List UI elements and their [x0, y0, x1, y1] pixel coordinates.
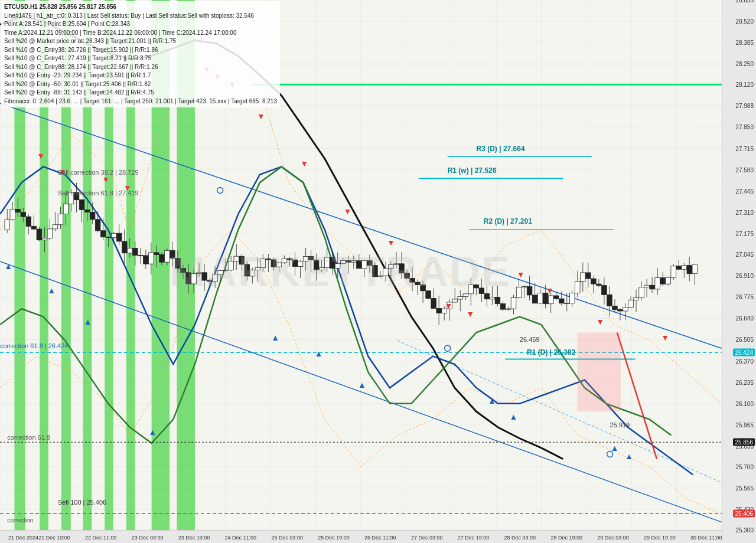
- price-label: 28.385: [735, 40, 754, 46]
- price-label: 28.520: [735, 18, 754, 25]
- price-label: 28.120: [735, 81, 754, 88]
- price-label: 27.850: [735, 124, 754, 130]
- info-overlay: ETCUSD.H1 25.828 25.856 25.817 25.856 Li…: [1, 1, 280, 107]
- header-line3: Point A:28.541 | Point B:25.604 | Point …: [4, 20, 277, 29]
- header-line2: Line#1476 | h1_atr_c:0: 0.313 | Last Sel…: [4, 12, 277, 21]
- header-line5: Sell %20 @ Market price or at: 28.343 ||…: [4, 37, 277, 46]
- header-line7: Sell %10 @ C_Entry41: 27.419 || Target:8…: [4, 54, 277, 63]
- price-label: 28.655: [735, 0, 754, 4]
- header-line9: Sell %10 @ Entry -23: 29.234 || Target:2…: [4, 71, 277, 80]
- price-label: 27.175: [735, 231, 754, 237]
- price-label: 26.910: [735, 273, 754, 279]
- time-label: 27 Dec 19:00: [458, 535, 490, 541]
- header-line4: Time A:2024.12.21 09:00:00 | Time B:2024…: [4, 29, 277, 38]
- price-label: 27.715: [735, 145, 754, 152]
- price-label: 25.300: [735, 527, 754, 534]
- price-label: 26.775: [735, 294, 754, 300]
- header-line8: Sell %10 @ C_Entry88: 28.174 || Target:2…: [4, 63, 277, 72]
- time-label: 25 Dec 03:00: [271, 535, 303, 541]
- header-line10: Sell %20 @ Entry -50: 30.01 || Target:25…: [4, 80, 277, 89]
- price-label: 25.700: [735, 463, 754, 470]
- price-label: 27.310: [735, 210, 754, 216]
- price-label: 25.965: [735, 422, 754, 428]
- time-label: 21 Dec 19:00: [38, 535, 70, 541]
- price-label: 28.250: [735, 61, 754, 67]
- price-label: 26.100: [735, 400, 754, 407]
- time-label: 29 Dec 03:00: [597, 535, 629, 541]
- chart-container: ETCUSD.H1 25.828 25.856 25.817 25.856 Li…: [0, 0, 756, 543]
- r1d-price-label: 26.424: [733, 349, 755, 356]
- header-line11: Sell %20 @ Entry -88: 31.143 || Target:2…: [4, 89, 277, 97]
- time-label: 30 Dec 11:00: [690, 535, 722, 541]
- time-label: 26 Dec 11:00: [364, 535, 396, 541]
- price-label: 27.445: [735, 188, 754, 194]
- header-line12: Fibonacci: 0: 2.604 | 23.6: ... | Target…: [4, 97, 277, 106]
- time-label: 27 Dec 03:00: [411, 535, 443, 541]
- price-label: 26.370: [735, 358, 754, 364]
- sell-price-label: 25.406: [733, 509, 755, 517]
- time-label: 28 Dec 19:00: [550, 535, 582, 541]
- time-label: 22 Dec 11:00: [85, 535, 117, 541]
- time-label: 23 Dec 03:00: [132, 535, 164, 541]
- price-label: 27.580: [735, 166, 754, 173]
- price-label: 26.505: [735, 336, 754, 343]
- time-label: 29 Dec 19:00: [644, 535, 676, 541]
- time-label: 28 Dec 03:00: [504, 535, 536, 541]
- price-label: 25.565: [735, 485, 754, 492]
- current-price-label: 25.856: [733, 439, 755, 446]
- time-label: 24 Dec 11:00: [225, 535, 257, 541]
- time-label: 25 Dec 19:00: [318, 535, 350, 541]
- header-line1: ETCUSD.H1 25.828 25.856 25.817 25.856: [4, 3, 277, 12]
- header-line6: Sell %10 @ C_Entry38: 26.726 || Target:1…: [4, 46, 277, 55]
- price-label: 27.988: [735, 102, 754, 109]
- price-label: 27.045: [735, 251, 754, 257]
- price-label: 26.640: [735, 315, 754, 322]
- price-axis: 28.65528.52028.38528.25028.12027.98827.8…: [722, 0, 756, 543]
- time-axis: 21 Dec 202421 Dec 19:0022 Dec 11:0023 De…: [0, 530, 722, 543]
- time-label: 23 Dec 19:00: [178, 535, 210, 541]
- price-label: 26.235: [735, 379, 754, 385]
- time-label: 21 Dec 2024: [8, 535, 38, 541]
